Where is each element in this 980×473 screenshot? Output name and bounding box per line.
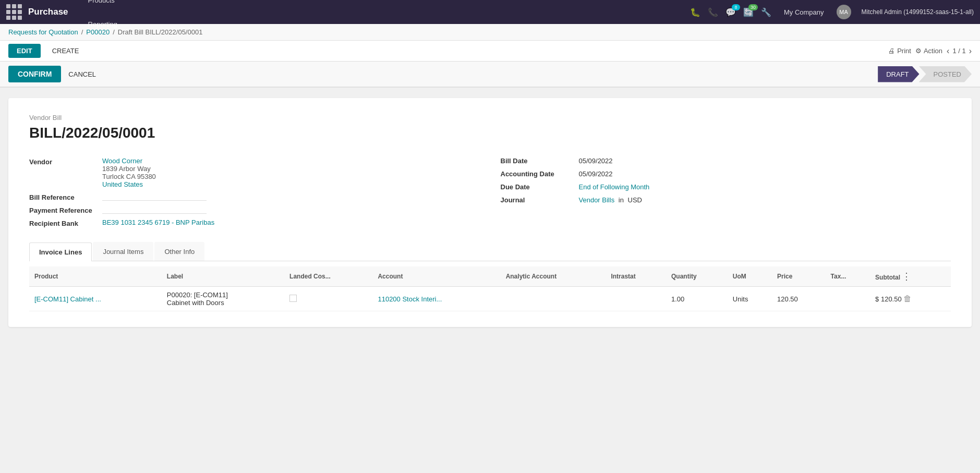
payment-reference-field: Payment Reference xyxy=(29,205,480,214)
nav-item-products[interactable]: Products xyxy=(81,0,136,12)
chat-badge: 8 xyxy=(732,4,740,10)
app-switcher-icon[interactable] xyxy=(6,4,22,20)
col-header-8: Price xyxy=(772,266,826,287)
cell-0: [E-COM11] Cabinet ... xyxy=(29,287,162,311)
document-card: Vendor Bill BILL/2022/05/0001 Vendor Woo… xyxy=(8,98,972,327)
vendor-address-2: Turlock CA 95380 xyxy=(102,173,156,180)
col-header-9: Tax... xyxy=(826,266,870,287)
confirm-button[interactable]: CONFIRM xyxy=(8,66,61,82)
right-fields: Bill Date 05/09/2022 Accounting Date 05/… xyxy=(501,157,951,232)
invoice-table: ProductLabelLanded Cos...AccountAnalytic… xyxy=(29,266,951,311)
bug-icon[interactable]: 🐛 xyxy=(690,7,700,17)
accounting-date-field: Accounting Date 05/09/2022 xyxy=(501,170,951,178)
breadcrumb-sep-1: / xyxy=(81,28,83,36)
recipient-bank-value: BE39 1031 2345 6719 - BNP Paribas xyxy=(102,219,214,226)
recipient-bank-link[interactable]: BE39 1031 2345 6719 - BNP Paribas xyxy=(102,219,214,226)
journal-currency: USD xyxy=(628,196,642,204)
delete-row-button[interactable]: 🗑 xyxy=(903,294,912,304)
breadcrumb-rfq[interactable]: Requests for Quotation xyxy=(8,28,78,36)
col-header-7: UoM xyxy=(728,266,772,287)
chat-icon[interactable]: 💬 8 xyxy=(725,7,736,17)
cell-7: Units xyxy=(728,287,772,311)
action-bar: EDIT CREATE 🖨 Print ⚙ Action ‹ 1 / 1 › xyxy=(0,41,980,62)
journal-field: Journal Vendor Bills in USD xyxy=(501,196,951,204)
vendor-name-link[interactable]: Wood Corner xyxy=(102,157,142,165)
gear-icon: ⚙ xyxy=(915,47,922,55)
prev-button[interactable]: ‹ xyxy=(947,46,949,56)
nav-icons: 🐛 📞 💬 8 🔄 30 🔧 My Company MA Mitchell Ad… xyxy=(690,5,974,19)
cell-2 xyxy=(284,287,372,311)
cancel-button[interactable]: CANCEL xyxy=(61,66,103,82)
app-name: Purchase xyxy=(28,7,68,17)
cell-5 xyxy=(606,287,666,311)
action-button[interactable]: ⚙ Action xyxy=(915,47,942,55)
vendor-country-link[interactable]: United States xyxy=(102,180,143,188)
breadcrumb-sep-2: / xyxy=(113,28,115,36)
edit-button[interactable]: EDIT xyxy=(8,44,41,58)
cell-4 xyxy=(501,287,606,311)
col-header-6: Quantity xyxy=(666,266,728,287)
landed-cost-checkbox[interactable] xyxy=(289,295,297,302)
status-bar: CONFIRM CANCEL DRAFT POSTED xyxy=(0,62,980,88)
vendor-address-1: 1839 Arbor Way xyxy=(102,165,156,173)
tab-other-info[interactable]: Other Info xyxy=(154,242,204,261)
bill-reference-field: Bill Reference xyxy=(29,192,480,201)
phone-icon[interactable]: 📞 xyxy=(708,7,718,17)
journal-link[interactable]: Vendor Bills xyxy=(579,196,615,204)
cell-10: $ 120.50 🗑 xyxy=(870,287,951,311)
recipient-bank-field: Recipient Bank BE39 1031 2345 6719 - BNP… xyxy=(29,219,480,227)
journal-value: Vendor Bills in USD xyxy=(579,196,642,204)
due-date-value: End of Following Month xyxy=(579,183,650,191)
due-date-field: Due Date End of Following Month xyxy=(501,183,951,191)
breadcrumb: Requests for Quotation / P00020 / Draft … xyxy=(0,24,980,41)
status-steps: DRAFT POSTED xyxy=(878,66,972,82)
form-grid: Vendor Wood Corner 1839 Arbor Way Turloc… xyxy=(29,157,951,232)
payment-reference-input[interactable] xyxy=(102,205,207,214)
cell-3: 110200 Stock Interi... xyxy=(372,287,500,311)
bill-date-field: Bill Date 05/09/2022 xyxy=(501,157,951,165)
next-button[interactable]: › xyxy=(969,46,972,56)
payment-reference-value xyxy=(102,205,207,214)
col-header-3: Account xyxy=(372,266,500,287)
main-content: Vendor Bill BILL/2022/05/0001 Vendor Woo… xyxy=(0,88,980,456)
cell-1: P00020: [E-COM11]Cabinet with Doors xyxy=(162,287,284,311)
cell-6: 1.00 xyxy=(666,287,728,311)
tab-invoice-lines[interactable]: Invoice Lines xyxy=(29,242,92,261)
vendor-value: Wood Corner 1839 Arbor Way Turlock CA 95… xyxy=(102,157,156,188)
status-draft: DRAFT xyxy=(878,66,919,82)
pagination-text: 1 / 1 xyxy=(952,47,965,55)
col-header-2: Landed Cos... xyxy=(284,266,372,287)
bill-date-value: 05/09/2022 xyxy=(579,157,613,165)
doc-type-label: Vendor Bill xyxy=(29,114,951,122)
table-row: [E-COM11] Cabinet ...P00020: [E-COM11]Ca… xyxy=(29,287,951,311)
print-button[interactable]: 🖨 Print xyxy=(888,47,911,55)
company-name: My Company xyxy=(784,8,824,16)
bill-reference-input[interactable] xyxy=(102,192,207,201)
product-link[interactable]: [E-COM11] Cabinet ... xyxy=(34,295,101,303)
due-date-link[interactable]: End of Following Month xyxy=(579,183,650,191)
more-columns-button[interactable]: ⋮ xyxy=(902,271,911,282)
breadcrumb-current: Draft Bill BILL/2022/05/0001 xyxy=(118,28,203,36)
printer-icon: 🖨 xyxy=(888,47,895,55)
tab-journal-items[interactable]: Journal Items xyxy=(93,242,153,261)
col-header-0: Product xyxy=(29,266,162,287)
wrench-icon[interactable]: 🔧 xyxy=(761,7,771,17)
nav-item-configuration[interactable]: Configuration xyxy=(81,36,136,60)
col-header-10: Subtotal ⋮ xyxy=(870,266,951,287)
tabs: Invoice LinesJournal ItemsOther Info xyxy=(29,242,951,261)
col-header-1: Label xyxy=(162,266,284,287)
col-header-4: Analytic Account xyxy=(501,266,606,287)
clock-badge: 30 xyxy=(748,4,758,10)
account-link[interactable]: 110200 Stock Interi... xyxy=(378,295,442,303)
bill-reference-value xyxy=(102,192,207,201)
user-name: Mitchell Admin (14999152-saas-15-1-all) xyxy=(862,8,974,16)
create-button[interactable]: CREATE xyxy=(45,44,87,58)
pagination: ‹ 1 / 1 › xyxy=(947,46,972,56)
cell-8: 120.50 xyxy=(772,287,826,311)
avatar: MA xyxy=(837,5,851,19)
accounting-date-value: 05/09/2022 xyxy=(579,170,613,178)
doc-title: BILL/2022/05/0001 xyxy=(29,125,951,141)
top-navigation: Purchase OrdersProductsReportingConfigur… xyxy=(0,0,980,24)
breadcrumb-po[interactable]: P00020 xyxy=(86,28,110,36)
clock-icon[interactable]: 🔄 30 xyxy=(743,7,754,17)
